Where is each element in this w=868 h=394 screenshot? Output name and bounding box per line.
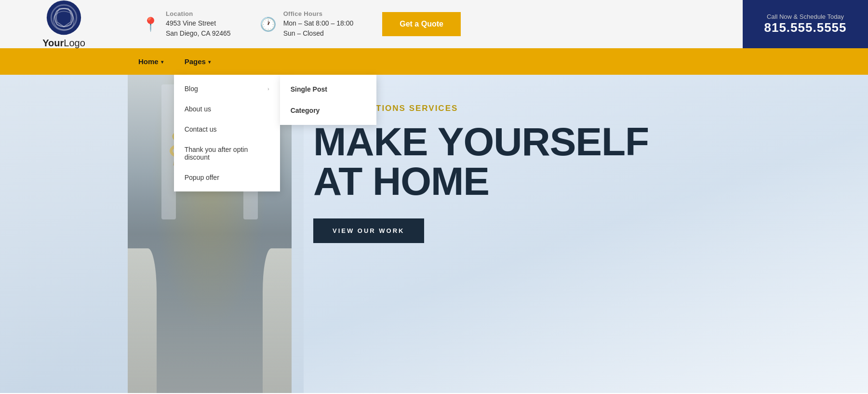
home-chevron: ▾ (161, 59, 163, 65)
pages-dropdown: Blog › About us Contact us Thank you aft… (174, 75, 376, 191)
blog-chevron-right: › (267, 86, 269, 92)
blog-sub-dropdown: Single Post Category (280, 75, 376, 125)
nav-pages[interactable]: Pages ▾ Blog › About us Contact us Thank… (174, 48, 221, 75)
top-bar-info: 📍 Location 4953 Vine StreetSan Diego, CA… (128, 10, 743, 39)
hero-cta-button[interactable]: VIEW OUR WORK (313, 218, 424, 243)
pages-dropdown-menu: Blog › About us Contact us Thank you aft… (174, 75, 280, 191)
call-area: Call Now & Schedule Today 815.555.5555 (743, 0, 868, 48)
dropdown-item-thankyou[interactable]: Thank you after optin discount (174, 139, 280, 167)
dropdown-item-about[interactable]: About us (174, 99, 280, 119)
nav-home[interactable]: Home ▾ (128, 48, 174, 75)
dropdown-sub-single-post[interactable]: Single Post (280, 79, 376, 100)
logo-area: YourLogo (0, 0, 128, 54)
dropdown-sub-category[interactable]: Category (280, 100, 376, 121)
nav-bar: Home ▾ Pages ▾ Blog › About us Contact u… (0, 48, 868, 75)
location-info: 📍 Location 4953 Vine StreetSan Diego, CA… (142, 10, 231, 39)
clock-icon: 🕐 (260, 16, 277, 32)
hours-info: 🕐 Office Hours Mon – Sat 8:00 – 18:00Sun… (260, 10, 354, 39)
location-icon: 📍 (142, 16, 159, 32)
logo-icon (46, 0, 82, 36)
logo-text: YourLogo (42, 38, 85, 49)
dropdown-item-popup[interactable]: Popup offer (174, 167, 280, 188)
hours-value: Mon – Sat 8:00 – 18:00Sun – Closed (283, 18, 354, 39)
hours-label: Office Hours (283, 10, 354, 17)
nav-home-label: Home (138, 57, 159, 66)
location-label: Location (166, 10, 231, 17)
hero-section: DIVI RENOVATIONS SERVICES MAKE YOURSELF … (0, 75, 868, 393)
call-label: Call Now & Schedule Today (767, 13, 844, 20)
call-number: 815.555.5555 (764, 20, 846, 35)
pages-chevron: ▾ (208, 59, 211, 65)
nav-pages-label: Pages (185, 57, 206, 66)
get-quote-button[interactable]: Get a Quote (382, 12, 461, 36)
top-bar: YourLogo 📍 Location 4953 Vine StreetSan … (0, 0, 868, 48)
dropdown-item-blog[interactable]: Blog › (174, 79, 280, 99)
location-value: 4953 Vine StreetSan Diego, CA 92465 (166, 18, 231, 39)
dropdown-item-contact[interactable]: Contact us (174, 119, 280, 139)
